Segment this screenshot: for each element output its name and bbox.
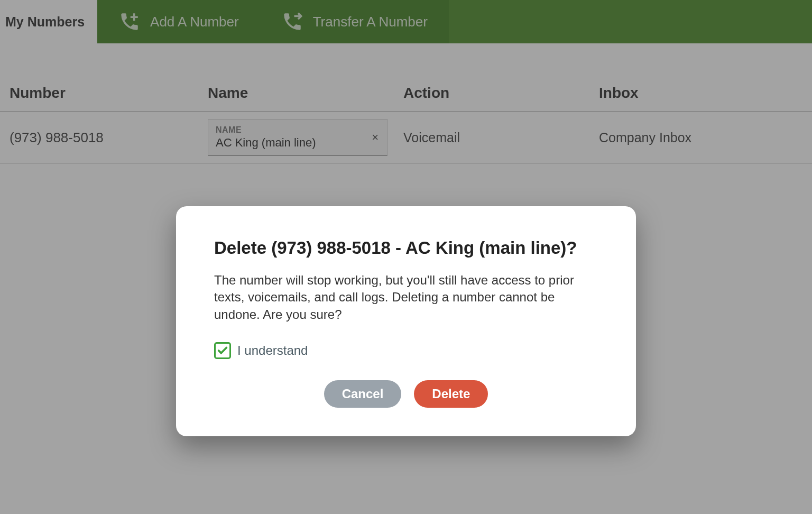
delete-number-dialog: Delete (973) 988-5018 - AC King (main li… xyxy=(176,206,636,436)
check-icon xyxy=(217,345,228,356)
understand-checkbox[interactable] xyxy=(214,342,231,359)
dialog-actions: Cancel Delete xyxy=(214,380,598,408)
delete-button[interactable]: Delete xyxy=(414,380,488,408)
dialog-body: The number will stop working, but you'll… xyxy=(214,272,598,323)
understand-row: I understand xyxy=(214,342,598,359)
cancel-button[interactable]: Cancel xyxy=(324,380,402,408)
dialog-title: Delete (973) 988-5018 - AC King (main li… xyxy=(214,238,598,258)
understand-label: I understand xyxy=(237,343,308,358)
modal-overlay[interactable]: Delete (973) 988-5018 - AC King (main li… xyxy=(0,0,812,514)
